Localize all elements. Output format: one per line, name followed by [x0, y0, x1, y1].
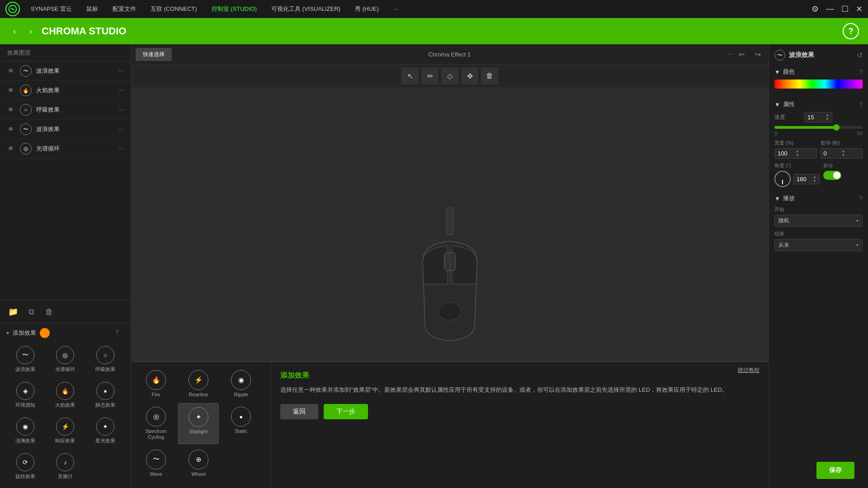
- add-fire-effect[interactable]: 🔥 火焰效果: [46, 378, 84, 412]
- back-arrow[interactable]: ‹: [9, 26, 20, 37]
- pick-fire[interactable]: 🔥 Fire: [136, 366, 176, 401]
- eye-icon-1[interactable]: 👁: [6, 67, 15, 75]
- help-button[interactable]: ?: [843, 23, 859, 39]
- audio-icon: ♪: [56, 453, 74, 471]
- nav-connect[interactable]: 互联 (CONNECT): [149, 4, 199, 14]
- pick-wheel[interactable]: ⊕ Wheel: [178, 446, 219, 481]
- minimize-button[interactable]: —: [826, 4, 834, 14]
- layer-breath[interactable]: 👁 ○ 呼吸效果 ···: [0, 100, 131, 120]
- quick-select-tab[interactable]: 快速选择: [136, 48, 172, 61]
- speed-slider[interactable]: [774, 126, 863, 129]
- panel-refresh[interactable]: ↺: [857, 51, 863, 60]
- nav-studio[interactable]: 控制室 (STUDIO): [210, 4, 259, 14]
- tab-more[interactable]: ···: [727, 50, 733, 58]
- width-up[interactable]: ▲: [796, 150, 799, 153]
- fire-effect-icon: 🔥: [20, 84, 32, 96]
- settings-button[interactable]: ⚙: [811, 4, 819, 14]
- pick-reactive[interactable]: ⚡ Reactive: [178, 366, 219, 401]
- speed-down[interactable]: ▼: [826, 117, 829, 121]
- end-select[interactable]: 从未 ▾: [774, 239, 863, 251]
- eye-icon-2[interactable]: 👁: [6, 87, 15, 94]
- width-input[interactable]: [778, 150, 796, 157]
- layer-spectrum[interactable]: 👁 ◎ 光谱循环 ···: [0, 139, 131, 159]
- undo-redo-controls: ↩ ↪: [735, 48, 764, 61]
- layer-more-5[interactable]: ···: [118, 145, 124, 153]
- eye-icon-5[interactable]: 👁: [6, 145, 15, 152]
- add-static-effect[interactable]: ■ 静态效果: [86, 378, 124, 412]
- breath-icon: ○: [96, 346, 114, 364]
- width-down[interactable]: ▼: [796, 154, 799, 157]
- add-wave-effect[interactable]: 〜 波浪效果: [6, 343, 44, 376]
- layer-fire[interactable]: 👁 🔥 火焰效果 ···: [0, 81, 131, 100]
- next-button[interactable]: 下一步: [324, 404, 368, 419]
- add-ripple-effect[interactable]: ◉ 涟漪效果: [6, 414, 44, 448]
- pause-down[interactable]: ▼: [842, 154, 845, 157]
- effect-desc-panel: 跳过教程 添加效果 选择任意一种效果并添加到"效果层"中。新效果层会将其默认属性…: [271, 362, 769, 488]
- folder-button[interactable]: 📁: [6, 305, 20, 319]
- pause-stepper: ▲ ▼: [842, 150, 845, 157]
- start-select[interactable]: 随机 ▾: [774, 215, 863, 227]
- add-audio-effect[interactable]: ♪ 音频计: [46, 450, 84, 483]
- nav-visualizer[interactable]: 可视化工具 (VISUALIZER): [269, 4, 342, 14]
- angle-input[interactable]: [797, 176, 813, 183]
- playback-help[interactable]: ?: [859, 195, 863, 202]
- pause-input[interactable]: [824, 150, 842, 157]
- nav-mouse[interactable]: 鼠标: [85, 4, 100, 14]
- add-spin-effect[interactable]: ⟳ 旋转效果: [6, 450, 44, 483]
- layer-more-3[interactable]: ···: [118, 106, 124, 114]
- erase-tool[interactable]: 🗑: [481, 67, 498, 84]
- pause-up[interactable]: ▲: [842, 150, 845, 153]
- pick-spectrum[interactable]: ◎ SpectrumCycling: [136, 403, 176, 444]
- nav-synapse[interactable]: SYNAPSE 雷云: [29, 4, 74, 14]
- add-breath-effect[interactable]: ○ 呼吸效果: [86, 343, 124, 376]
- redo-button[interactable]: ↪: [751, 48, 764, 61]
- move-tool[interactable]: ✥: [461, 67, 478, 84]
- pencil-tool[interactable]: ✏: [421, 67, 439, 84]
- color-bar[interactable]: [774, 80, 863, 89]
- save-button[interactable]: 保存: [816, 462, 854, 479]
- pick-starlight[interactable]: ✦ Starlight: [178, 403, 219, 444]
- select-tool[interactable]: ↖: [401, 67, 419, 84]
- maximize-button[interactable]: ☐: [841, 4, 849, 14]
- static-label: 静态效果: [95, 402, 115, 408]
- fill-tool[interactable]: ◇: [441, 67, 458, 84]
- skip-tutorial[interactable]: 跳过教程: [738, 366, 760, 374]
- layer-more-1[interactable]: ···: [118, 67, 124, 75]
- fraction-toggle[interactable]: [823, 171, 841, 180]
- add-effect-header: ▾ 添加效果 ?: [6, 328, 124, 338]
- pick-ripple[interactable]: ◉ Ripple: [221, 366, 261, 401]
- pick-wave[interactable]: 〜 Wave: [136, 446, 176, 481]
- forward-arrow[interactable]: ›: [25, 26, 36, 37]
- add-ambient-effect[interactable]: ◈ 环境感知: [6, 378, 44, 412]
- playback-section-title[interactable]: ▼ 播放 ?: [774, 194, 863, 202]
- angle-dial[interactable]: [774, 171, 791, 187]
- add-reactive-effect[interactable]: ⚡ 响应效果: [46, 414, 84, 448]
- layer-more-4[interactable]: ···: [118, 125, 124, 133]
- nav-hue[interactable]: 秀 (HUE): [353, 4, 381, 14]
- copy-button[interactable]: ⧉: [24, 305, 38, 319]
- props-section-title[interactable]: ▼ 属性 ?: [774, 100, 863, 108]
- props-help[interactable]: ?: [859, 101, 863, 108]
- eye-icon-4[interactable]: 👁: [6, 126, 15, 133]
- close-button[interactable]: ✕: [856, 4, 863, 14]
- eye-icon-3[interactable]: 👁: [6, 106, 15, 113]
- add-effect-help[interactable]: ?: [115, 328, 124, 338]
- effects-grid: 〜 波浪效果 ◎ 光谱循环 ○ 呼吸效果 ◈ 环境感知 🔥 火焰效果: [6, 343, 124, 483]
- layer-wave-1[interactable]: 👁 〜 波浪效果 ···: [0, 61, 131, 81]
- color-section-title[interactable]: ▼ 颜色 ?: [774, 68, 863, 76]
- color-help[interactable]: ?: [859, 68, 863, 75]
- nav-profiles[interactable]: 配置文件: [111, 4, 138, 14]
- angle-down[interactable]: ▼: [813, 179, 816, 183]
- undo-button[interactable]: ↩: [735, 48, 748, 61]
- angle-up[interactable]: ▲: [813, 175, 816, 179]
- speed-input[interactable]: [807, 114, 826, 121]
- back-button[interactable]: 返回: [280, 404, 318, 419]
- add-starlight-effect[interactable]: ✦ 星光效果: [86, 414, 124, 448]
- speed-up[interactable]: ▲: [826, 113, 829, 117]
- nav-more[interactable]: ···: [392, 5, 400, 13]
- layer-wave-2[interactable]: 👁 〜 波浪效果 ···: [0, 120, 131, 139]
- pick-static[interactable]: ■ Static: [221, 403, 261, 444]
- add-spectrum-effect[interactable]: ◎ 光谱循环: [46, 343, 84, 376]
- layer-more-2[interactable]: ···: [118, 86, 124, 94]
- delete-button[interactable]: 🗑: [42, 305, 56, 319]
